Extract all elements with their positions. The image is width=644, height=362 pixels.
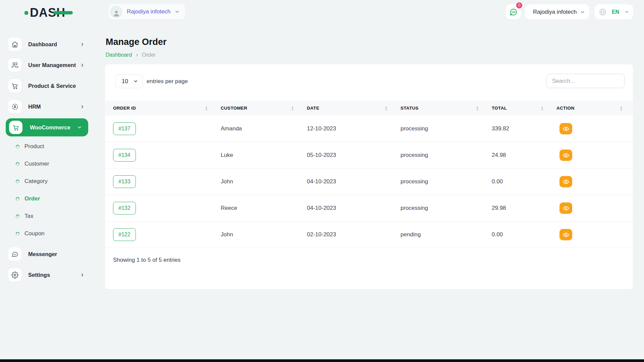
eye-icon	[563, 205, 569, 212]
table-controls: 10 entries per page	[105, 64, 633, 101]
table-row: #133 John 04-10-2023 processing 0.00	[105, 169, 633, 195]
order-id-badge[interactable]: #137	[113, 122, 136, 135]
sidebar-item-label: Settings	[28, 272, 50, 278]
cart-icon	[8, 79, 21, 93]
sidebar-subitem-coupon[interactable]: Coupon	[0, 225, 95, 242]
column-header-customer[interactable]: CUSTOMER▲▼	[213, 106, 299, 111]
sort-icon[interactable]: ▲▼	[620, 106, 623, 111]
sort-icon[interactable]: ▲▼	[541, 106, 544, 111]
chevron-right-icon	[80, 63, 85, 68]
order-id-badge[interactable]: #133	[113, 175, 136, 188]
brand-logo: DASH	[24, 6, 65, 19]
table-row: #132 Reece 04-10-2023 processing 29.98	[105, 195, 633, 222]
globe-icon	[599, 8, 607, 16]
column-header-order-id[interactable]: ORDER ID▲▼	[105, 106, 213, 111]
view-order-button[interactable]	[559, 229, 572, 240]
sidebar-item-messenger[interactable]: Messenger	[0, 244, 95, 264]
sidebar-subitem-category[interactable]: Category	[0, 173, 95, 190]
workspace-switcher[interactable]: Rajodiya infotech	[108, 4, 185, 19]
sidebar-item-product-service[interactable]: Product & Service	[0, 75, 95, 96]
sidebar-subitem-label: Coupon	[24, 230, 45, 237]
messages-count-badge: 0	[516, 2, 523, 9]
entries-per-page-label: entries per page	[147, 78, 188, 85]
status-cell: processing	[392, 152, 484, 159]
entries-summary: Showing 1 to 5 of 5 entries	[113, 257, 633, 263]
page-title: Manage Order	[106, 37, 167, 47]
breadcrumb-dashboard-link[interactable]: Dashboard	[106, 52, 132, 58]
bullet-icon	[15, 161, 20, 166]
sidebar-item-label: Product & Service	[28, 83, 76, 89]
sidebar-subitem-label: Order	[24, 195, 40, 202]
column-header-action[interactable]: ACTION▲▼	[548, 106, 633, 111]
home-icon	[8, 38, 21, 51]
total-cell: 24.98	[484, 152, 548, 159]
date-cell: 02-10-2023	[299, 231, 392, 238]
table-row: #122 John 02-10-2023 pending 0.00	[105, 222, 633, 248]
sort-icon[interactable]: ▲▼	[205, 106, 208, 111]
total-cell: 29.98	[484, 205, 548, 212]
table-row: #134 Luke 05-10-2023 processing 24.98	[105, 142, 633, 169]
view-order-button[interactable]	[559, 123, 572, 134]
order-id-badge[interactable]: #122	[113, 228, 136, 241]
bullet-icon	[15, 196, 20, 201]
chevron-down-icon	[77, 125, 82, 130]
sort-icon[interactable]: ▲▼	[291, 106, 294, 111]
logo-dash-icon	[53, 11, 73, 14]
column-header-date[interactable]: DATE▲▼	[299, 106, 392, 111]
sort-icon[interactable]: ▲▼	[476, 106, 479, 111]
table-header: ORDER ID▲▼ CUSTOMER▲▼ DATE▲▼ STATUS▲▼ TO…	[105, 101, 633, 116]
sidebar-item-label: HRM	[28, 104, 41, 110]
sort-icon[interactable]: ▲▼	[385, 106, 388, 111]
messages-button[interactable]: 0	[506, 4, 521, 19]
bullet-icon	[15, 144, 20, 149]
date-cell: 05-10-2023	[299, 152, 392, 159]
language-code: EN	[612, 9, 619, 15]
sidebar-item-hrm[interactable]: HRM	[0, 96, 95, 117]
sidebar: Dashboard User Management Product & Serv…	[0, 24, 95, 359]
order-id-badge[interactable]: #132	[113, 202, 136, 215]
cart-icon	[9, 121, 22, 134]
chevron-down-icon	[624, 9, 629, 14]
view-order-button[interactable]	[559, 202, 572, 214]
company-switcher[interactable]: Rajodiya infotech	[525, 4, 589, 19]
date-cell: 04-10-2023	[299, 205, 392, 212]
chevron-right-icon	[80, 104, 85, 109]
bullet-icon	[15, 179, 20, 184]
view-order-button[interactable]	[559, 176, 572, 187]
sidebar-item-woocommerce[interactable]: WooCommerce	[6, 118, 88, 136]
main-content: Manage Order Dashboard › Order 10 entrie…	[95, 24, 644, 362]
bottom-edge-bar	[0, 359, 644, 362]
bullet-icon	[15, 214, 20, 219]
column-header-total[interactable]: TOTAL▲▼	[484, 106, 548, 111]
sidebar-subitem-label: Tax	[24, 213, 33, 220]
page-size-value: 10	[122, 78, 128, 85]
view-order-button[interactable]	[559, 149, 572, 161]
sidebar-subitem-order[interactable]: Order	[0, 190, 95, 207]
chevron-down-icon	[580, 9, 585, 15]
search-input[interactable]	[546, 74, 625, 88]
eye-icon	[563, 126, 569, 132]
column-header-status[interactable]: STATUS▲▼	[392, 106, 484, 111]
sidebar-item-dashboard[interactable]: Dashboard	[0, 34, 95, 55]
sidebar-subitem-label: Product	[24, 143, 44, 150]
sidebar-subitem-customer[interactable]: Customer	[0, 155, 95, 173]
page-size-select[interactable]: 10	[115, 74, 143, 88]
sidebar-subitem-tax[interactable]: Tax	[0, 207, 95, 225]
workspace-avatar	[110, 6, 122, 18]
breadcrumb-current: Order	[142, 52, 156, 58]
status-cell: processing	[392, 125, 484, 132]
sidebar-item-user-management[interactable]: User Management	[0, 55, 95, 75]
sidebar-item-settings[interactable]: Settings	[0, 264, 95, 285]
customer-cell: Luke	[213, 152, 299, 159]
sidebar-subitem-product[interactable]: Product	[0, 138, 95, 155]
chat-icon	[509, 8, 518, 16]
language-selector[interactable]: EN	[595, 4, 633, 19]
customer-cell: Reece	[213, 205, 299, 212]
sidebar-item-label: Messenger	[28, 251, 57, 257]
status-cell: processing	[392, 178, 484, 185]
order-id-badge[interactable]: #134	[113, 149, 136, 162]
users-icon	[8, 58, 21, 72]
sidebar-item-woocommerce-wrap: WooCommerce	[0, 117, 95, 138]
table-row: #137 Amanda 12-10-2023 processing 339.82	[105, 116, 633, 142]
chevron-down-icon	[133, 79, 138, 84]
